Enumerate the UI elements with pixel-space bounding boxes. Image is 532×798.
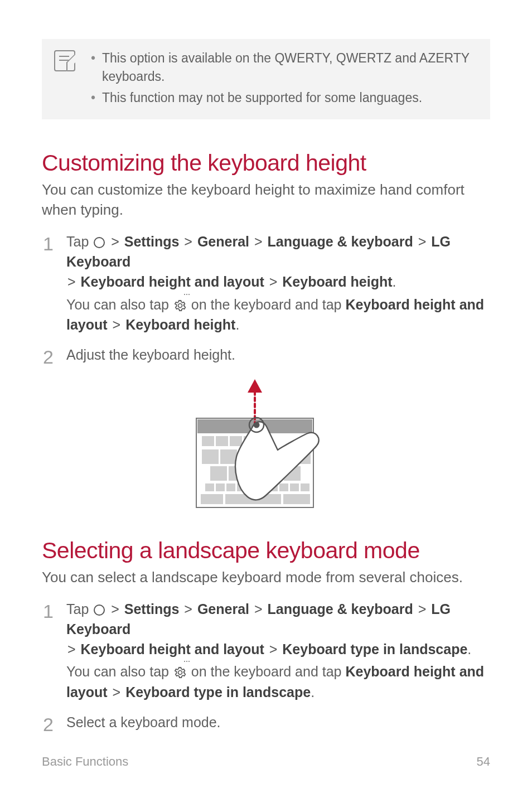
note-list: This option is available on the QWERTY, … <box>91 49 478 109</box>
steps-landscape-mode: Tap > Settings > General > Language & ke… <box>42 599 490 733</box>
footer-section: Basic Functions <box>42 755 128 769</box>
svg-point-35 <box>254 422 260 428</box>
nav-layout: layout <box>66 317 108 332</box>
sep-icon: > <box>112 684 122 700</box>
svg-rect-2 <box>202 436 214 446</box>
sep-icon: > <box>66 274 77 289</box>
svg-rect-25 <box>279 483 288 491</box>
note-icon-wrap <box>54 49 79 109</box>
nav-kbd-type-landscape: Keyboard type in landscape <box>125 684 311 700</box>
sep-icon: > <box>268 274 279 289</box>
sep-icon: > <box>183 234 194 249</box>
section-heading-customize-height: Customizing the keyboard height <box>42 150 490 176</box>
nav-general: General <box>197 601 249 617</box>
sep-icon: > <box>417 234 428 249</box>
section-intro: You can customize the keyboard height to… <box>42 180 490 220</box>
home-circle-icon <box>94 604 105 616</box>
svg-rect-27 <box>301 483 309 491</box>
page-footer: Basic Functions 54 <box>42 755 490 769</box>
nav-settings: Settings <box>124 601 180 617</box>
nav-kbd-height-and: Keyboard height and <box>345 664 484 679</box>
svg-rect-30 <box>283 494 310 504</box>
step-1: Tap > Settings > General > Language & ke… <box>42 599 490 702</box>
svg-rect-20 <box>226 483 235 491</box>
sep-icon: > <box>253 601 264 617</box>
svg-marker-32 <box>248 379 262 393</box>
note-box: This option is available on the QWERTY, … <box>42 39 490 119</box>
home-circle-icon <box>94 237 105 248</box>
gear-icon <box>174 664 186 676</box>
period: . <box>467 641 471 657</box>
period: . <box>311 684 315 700</box>
section-intro: You can select a landscape keyboard mode… <box>42 567 490 587</box>
svg-rect-3 <box>216 436 228 446</box>
nav-settings: Settings <box>124 234 180 249</box>
nav-kbd-height-layout: Keyboard height and layout <box>81 641 264 657</box>
footer-page-number: 54 <box>477 755 490 769</box>
nav-lang-kbd: Language & keyboard <box>268 601 413 617</box>
step-2: Adjust the keyboard height. <box>42 345 490 365</box>
also-tap-prefix: You can also tap <box>66 297 173 312</box>
svg-rect-19 <box>216 483 225 491</box>
sep-icon: > <box>253 234 264 249</box>
sep-icon: > <box>268 641 279 657</box>
svg-rect-7 <box>202 449 219 464</box>
section-heading-landscape-mode: Selecting a landscape keyboard mode <box>42 538 490 564</box>
note-item: This function may not be supported for s… <box>91 89 478 107</box>
sep-icon: > <box>417 601 428 617</box>
nav-kbd-height: Keyboard height <box>282 274 392 289</box>
step-1: Tap > Settings > General > Language & ke… <box>42 231 490 335</box>
also-tap-prefix: You can also tap <box>66 664 173 679</box>
step-sub: You can also tap on the keyboard and tap… <box>66 661 490 702</box>
step-sub: You can also tap on the keyboard and tap… <box>66 294 490 335</box>
sep-icon: > <box>183 601 194 617</box>
sep-icon: > <box>112 317 122 332</box>
nav-kbd-height: Keyboard height <box>125 317 235 332</box>
svg-rect-8 <box>220 449 237 464</box>
svg-rect-4 <box>230 436 242 446</box>
tap-label: Tap <box>66 601 93 617</box>
svg-rect-28 <box>201 494 223 504</box>
svg-rect-18 <box>205 483 214 491</box>
step-2: Select a keyboard mode. <box>42 712 490 732</box>
note-icon <box>54 50 75 71</box>
also-tap-mid: on the keyboard and tap <box>187 664 346 679</box>
nav-kbd-height-layout: Keyboard height and layout <box>81 274 264 289</box>
gear-icon <box>174 297 186 309</box>
also-tap-mid: on the keyboard and tap <box>187 297 346 312</box>
period: . <box>393 274 396 289</box>
keyboard-height-illustration <box>42 375 490 514</box>
sep-icon: > <box>110 601 120 617</box>
nav-general: General <box>197 234 249 249</box>
steps-customize-height: Tap > Settings > General > Language & ke… <box>42 231 490 365</box>
sep-icon: > <box>66 641 77 657</box>
sep-icon: > <box>110 234 120 249</box>
nav-kbd-type-landscape: Keyboard type in landscape <box>282 641 467 657</box>
svg-rect-13 <box>210 466 227 481</box>
nav-lang-kbd: Language & keyboard <box>268 234 413 249</box>
period: . <box>235 317 239 332</box>
tap-label: Tap <box>66 234 93 249</box>
svg-rect-26 <box>290 483 299 491</box>
nav-kbd-height-and: Keyboard height and <box>345 297 484 312</box>
nav-layout: layout <box>66 684 108 700</box>
note-item: This option is available on the QWERTY, … <box>91 49 478 86</box>
